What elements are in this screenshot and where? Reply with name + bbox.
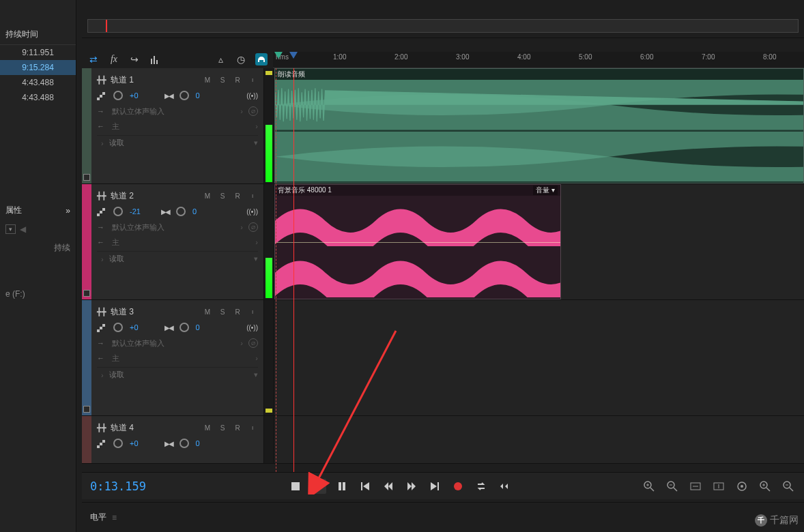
solo-button[interactable]: S <box>217 424 228 432</box>
solo-button[interactable]: S <box>217 308 228 316</box>
zoom-fit-v-button[interactable] <box>711 479 726 494</box>
pan-value[interactable]: 0 <box>196 439 200 447</box>
playhead-line[interactable] <box>293 68 294 472</box>
pan-knob[interactable] <box>180 323 189 332</box>
solo-button[interactable]: S <box>217 192 228 200</box>
monitor-button[interactable]: I <box>247 77 258 83</box>
expand-icon[interactable] <box>66 206 70 216</box>
volume-value[interactable]: +0 <box>130 323 139 331</box>
track-content[interactable] <box>274 416 804 463</box>
properties-header[interactable]: 属性 <box>0 201 76 220</box>
broadcast-icon[interactable]: ((•)) <box>246 92 258 100</box>
broadcast-icon[interactable]: ((•)) <box>246 208 258 216</box>
chevron-icon[interactable]: › <box>240 223 243 231</box>
volume-knob[interactable] <box>113 439 123 448</box>
duration-row[interactable]: 4:43.488 <box>0 75 76 90</box>
track-name[interactable]: 轨道 1 <box>111 74 198 86</box>
input-route[interactable]: 默认立体声输入 <box>112 338 235 349</box>
monitor-button[interactable]: I <box>247 425 258 431</box>
loop-button[interactable] <box>474 479 489 494</box>
dropdown-icon[interactable]: ▾ <box>254 254 258 263</box>
zoom-in-v-button[interactable] <box>758 479 773 494</box>
zoom-selection-button[interactable] <box>734 479 749 494</box>
record-button[interactable]: R <box>232 192 243 200</box>
clip-gain-line[interactable] <box>275 242 560 243</box>
track-name[interactable]: 轨道 4 <box>111 422 198 434</box>
dropdown-icon[interactable]: ▾ <box>254 138 258 147</box>
record-button[interactable]: R <box>232 308 243 316</box>
property-row[interactable]: ▾ ◀ <box>0 220 76 238</box>
output-route[interactable]: 主 <box>112 353 250 364</box>
automation-mode[interactable]: 读取 <box>109 254 248 264</box>
stop-button[interactable] <box>288 479 303 494</box>
volume-knob[interactable] <box>113 323 123 332</box>
overview-playhead[interactable] <box>106 20 107 32</box>
fx-icon[interactable]: fx <box>108 53 120 65</box>
audio-clip[interactable]: 背景音乐 48000 1 音量 ▾ <box>274 184 561 299</box>
countdown-icon[interactable]: ◷ <box>235 53 247 65</box>
range-start-marker[interactable] <box>274 52 284 61</box>
output-route[interactable]: 主 <box>112 237 250 248</box>
track-content[interactable] <box>274 300 804 415</box>
pan-knob[interactable] <box>180 439 189 448</box>
pan-value[interactable]: 0 <box>196 91 200 100</box>
input-route[interactable]: 默认立体声输入 <box>112 106 235 117</box>
pause-button[interactable] <box>334 479 349 494</box>
menu-icon[interactable]: ≡ <box>112 513 117 522</box>
mute-button[interactable]: M <box>202 308 213 316</box>
track-name[interactable]: 轨道 2 <box>111 190 198 202</box>
audio-clip[interactable]: 朗读音频 <box>274 68 804 183</box>
track-grip[interactable] <box>82 184 91 299</box>
pan-value[interactable]: 0 <box>192 207 197 216</box>
track-grip[interactable] <box>82 300 91 415</box>
monitor-button[interactable]: I <box>247 193 258 199</box>
solo-button[interactable]: S <box>217 76 228 84</box>
chevron-icon[interactable]: › <box>255 238 258 246</box>
automation-mode[interactable]: 读取 <box>109 370 248 380</box>
chevron-icon[interactable]: › <box>240 107 243 115</box>
rewind-button[interactable] <box>381 479 396 494</box>
dropdown-icon[interactable]: ▾ <box>254 370 258 379</box>
zoom-fit-h-button[interactable] <box>688 479 703 494</box>
monitor-button[interactable]: I <box>247 309 258 315</box>
duration-row[interactable]: 9:11.951 <box>0 45 76 60</box>
skip-silence-button[interactable] <box>497 479 512 494</box>
volume-value[interactable]: -21 <box>130 207 141 216</box>
track-grip[interactable] <box>82 416 91 463</box>
track-content[interactable]: 朗读音频 <box>274 68 804 183</box>
eq-icon[interactable] <box>149 53 161 65</box>
overview-strip[interactable] <box>87 19 799 33</box>
track-content[interactable]: 背景音乐 48000 1 音量 ▾ <box>274 184 804 299</box>
track-name[interactable]: 轨道 3 <box>111 306 198 318</box>
metronome-icon[interactable]: ▵ <box>214 53 227 65</box>
time-ruler[interactable]: hms 1:00 2:00 3:00 4:00 5:00 6:00 7:00 8… <box>273 52 804 68</box>
overview-bar[interactable] <box>82 0 804 38</box>
loop-icon[interactable]: ⇄ <box>87 53 100 65</box>
input-route[interactable]: 默认立体声输入 <box>112 222 235 233</box>
chevron-icon[interactable]: › <box>101 255 104 263</box>
mute-button[interactable]: M <box>202 192 213 200</box>
broadcast-icon[interactable]: ((•)) <box>246 324 258 331</box>
zoom-out-v-button[interactable] <box>781 479 796 494</box>
chevron-icon[interactable]: › <box>255 122 258 130</box>
zoom-out-button[interactable] <box>665 479 680 494</box>
record-button[interactable]: R <box>232 76 243 84</box>
skip-forward-button[interactable] <box>427 479 442 494</box>
phase-icon[interactable]: Ø <box>248 338 258 348</box>
volume-value[interactable]: +0 <box>130 439 139 447</box>
record-button[interactable] <box>450 479 465 494</box>
track-grip[interactable] <box>82 68 91 183</box>
phase-icon[interactable]: Ø <box>248 106 258 116</box>
mute-button[interactable]: M <box>202 76 213 84</box>
skip-back-button[interactable] <box>358 479 373 494</box>
volume-knob[interactable] <box>113 207 123 216</box>
zoom-in-button[interactable] <box>642 479 657 494</box>
record-button[interactable]: R <box>232 424 243 432</box>
chevron-icon[interactable]: › <box>101 371 104 379</box>
volume-value[interactable]: +0 <box>130 91 139 100</box>
playhead-marker[interactable] <box>289 52 299 61</box>
send-icon[interactable]: ↪ <box>128 53 141 65</box>
chevron-icon[interactable]: › <box>255 354 258 362</box>
clip-volume-button[interactable]: 音量 ▾ <box>533 186 558 195</box>
mute-button[interactable]: M <box>202 424 213 432</box>
